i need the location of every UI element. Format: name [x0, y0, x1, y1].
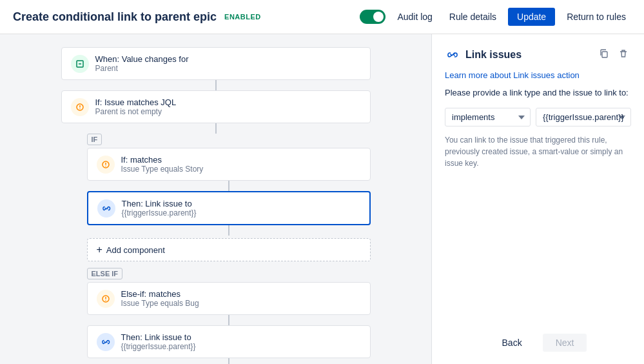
- main-container: When: Value changes for Parent If: Issue…: [0, 34, 644, 364]
- connector-2: [215, 123, 217, 134]
- connector-4: [228, 225, 229, 236]
- condition-subtitle: Parent is not empty: [95, 107, 177, 116]
- then-link-text: Then: Link issue to {{triggerIssue.paren…: [122, 199, 197, 217]
- enable-toggle[interactable]: [360, 10, 385, 24]
- then-link-card-2[interactable]: Then: Link issue to {{triggerIssue.paren…: [87, 325, 371, 358]
- if-matches-subtitle: Issue Type equals Story: [121, 165, 204, 174]
- svg-rect-11: [602, 52, 607, 57]
- add-component-label-1: Add component: [106, 245, 165, 255]
- then-link-title-2: Then: Link issue to: [121, 332, 196, 342]
- next-button[interactable]: Next: [543, 334, 587, 352]
- then-link-subtitle-2: {{triggerIssue.parent}}: [121, 342, 196, 351]
- else-if-title: Else-if: matches: [121, 289, 199, 299]
- svg-point-7: [105, 165, 106, 166]
- if-matches-text: If: matches Issue Type equals Story: [121, 155, 204, 174]
- update-button[interactable]: Update: [508, 8, 555, 26]
- else-if-text: Else-if: matches Issue Type equals Bug: [121, 289, 199, 308]
- then-link-title: Then: Link issue to: [122, 199, 197, 208]
- trigger-subtitle: Parent: [95, 64, 189, 73]
- copy-button[interactable]: [596, 47, 612, 63]
- then-link-card[interactable]: Then: Link issue to {{triggerIssue.paren…: [87, 191, 371, 225]
- connector-5: [228, 315, 229, 325]
- selects-row: implements blocks clones duplicates {{tr…: [445, 108, 631, 126]
- link-panel-icon: [445, 47, 460, 63]
- if-matches-icon: [97, 156, 115, 174]
- rule-details-button[interactable]: Rule details: [444, 9, 502, 25]
- panel-header: Link issues: [445, 47, 631, 63]
- panel-title-row: Link issues: [445, 47, 522, 63]
- if-matches-title: If: matches: [121, 155, 204, 165]
- enabled-badge: ENABLED: [224, 13, 261, 21]
- audit-log-button[interactable]: Audit log: [392, 9, 437, 25]
- right-panel: Link issues Learn more about Link issues…: [431, 34, 644, 364]
- connector-1: [215, 80, 217, 90]
- else-if-label: ELSE IF: [87, 268, 123, 279]
- page-title: Create conditional link to parent epic: [13, 10, 217, 24]
- panel-description: Please provide a link type and the issue…: [445, 88, 631, 97]
- else-if-subtitle: Issue Type equals Bug: [121, 299, 199, 308]
- trigger-text: When: Value changes for Parent: [95, 54, 189, 73]
- condition-text: If: Issue matches JQL Parent is not empt…: [95, 97, 177, 116]
- learn-more-link[interactable]: Learn more about Link issues action: [445, 70, 631, 80]
- flow-items: When: Value changes for Parent If: Issue…: [61, 47, 371, 364]
- panel-actions: [596, 47, 631, 63]
- then-link-icon: [97, 199, 115, 217]
- else-if-card[interactable]: Else-if: matches Issue Type equals Bug: [87, 282, 371, 315]
- panel-title: Link issues: [465, 49, 522, 61]
- panel-hint: You can link to the issue that triggered…: [445, 134, 631, 169]
- condition-icon: [71, 98, 89, 116]
- trigger-card[interactable]: When: Value changes for Parent: [61, 47, 371, 80]
- then-link-text-2: Then: Link issue to {{triggerIssue.paren…: [121, 332, 196, 351]
- condition-title: If: Issue matches JQL: [95, 97, 177, 107]
- flow-panel: When: Value changes for Parent If: Issue…: [0, 34, 431, 364]
- trigger-title: When: Value changes for: [95, 54, 189, 64]
- else-if-icon: [97, 290, 115, 308]
- panel-footer: Back Next: [445, 327, 631, 352]
- delete-button[interactable]: [616, 47, 631, 63]
- if-matches-card[interactable]: If: matches Issue Type equals Story: [87, 148, 371, 181]
- plus-icon: +: [97, 244, 102, 256]
- return-to-rules-button[interactable]: Return to rules: [561, 9, 631, 25]
- condition-card[interactable]: If: Issue matches JQL Parent is not empt…: [61, 90, 371, 123]
- svg-point-10: [105, 299, 106, 300]
- trigger-icon: [71, 55, 89, 73]
- header-actions: Audit log Rule details Update Return to …: [360, 8, 631, 26]
- then-link-subtitle: {{triggerIssue.parent}}: [122, 208, 197, 217]
- back-button[interactable]: Back: [489, 334, 535, 352]
- then-link-icon-2: [97, 333, 115, 351]
- if-label: IF: [87, 134, 102, 145]
- issue-select[interactable]: {{triggerIssue.parent}} {{triggerIssue}}…: [536, 108, 631, 126]
- link-type-select[interactable]: implements blocks clones duplicates: [445, 108, 531, 126]
- if-block: IF If: matches Issue Type equals Story: [61, 134, 371, 364]
- svg-point-4: [79, 108, 80, 108]
- connector-3: [228, 181, 229, 191]
- connector-6: [228, 358, 229, 364]
- page-header: Create conditional link to parent epic E…: [0, 0, 644, 34]
- add-component-button-1[interactable]: + Add component: [87, 238, 371, 261]
